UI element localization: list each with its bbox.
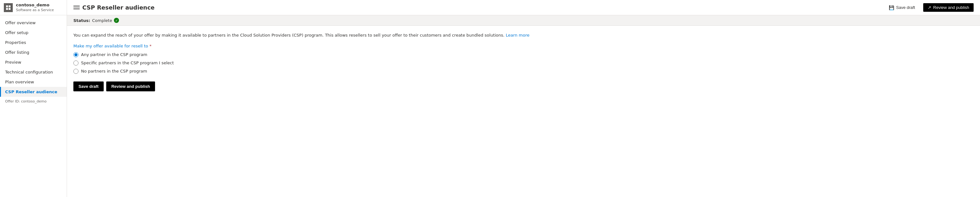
status-complete-icon: ✓ [114,18,119,23]
hamburger-icon[interactable] [73,5,80,11]
sidebar-item-technical-configuration[interactable]: Technical configuration [0,67,67,77]
radio-label-specific-partners: Specific partners in the CSP program I s… [81,60,174,65]
description-text: You can expand the reach of your offer b… [73,32,974,38]
sidebar-item-plan-overview[interactable]: Plan overview [0,77,67,87]
status-value: Complete [92,18,112,23]
sidebar-item-offer-listing[interactable]: Offer listing [0,47,67,57]
radio-label-no-partners: No partners in the CSP program [81,69,147,74]
svg-rect-1 [9,5,11,7]
radio-option-no-partners[interactable]: No partners in the CSP program [73,69,974,74]
app-title: contoso_demo [16,3,54,8]
save-icon: 💾 [889,5,894,10]
radio-option-specific-partners[interactable]: Specific partners in the CSP program I s… [73,60,974,66]
radio-label-any-partner: Any partner in the CSP program [81,52,147,57]
description-content: You can expand the reach of your offer b… [73,33,504,38]
top-bar-actions: 💾 Save draft ↗ Review and publish [886,3,974,12]
content-body: You can expand the reach of your offer b… [67,26,980,98]
bottom-actions: Save draft Review and publish [73,82,974,91]
sidebar-label-csp-reseller-audience: CSP Reseller audience [5,90,57,94]
required-indicator: * [149,44,151,48]
save-draft-button[interactable]: Save draft [73,82,104,91]
radio-option-any-partner[interactable]: Any partner in the CSP program [73,52,974,57]
app-subtitle: Software as a Service [16,8,54,13]
resell-label: Make my offer available for resell to [73,44,148,48]
sidebar-label-preview: Preview [5,60,21,65]
sidebar: Offer overview Offer setup Properties Of… [0,15,67,197]
radio-no-partners[interactable] [73,69,78,74]
review-publish-label-top: Review and publish [933,5,969,10]
svg-rect-0 [6,5,8,7]
sidebar-label-plan-overview: Plan overview [5,80,34,84]
sidebar-label-offer-listing: Offer listing [5,50,29,55]
status-label: Status: [73,18,90,23]
sidebar-label-offer-setup: Offer setup [5,30,29,35]
status-bar: Status: Complete ✓ [67,15,980,26]
radio-specific-partners[interactable] [73,60,78,66]
sidebar-item-properties[interactable]: Properties [0,38,67,47]
save-draft-label-top: Save draft [896,5,915,10]
app-icon [4,3,13,12]
sidebar-label-technical-configuration: Technical configuration [5,70,53,74]
sidebar-item-preview[interactable]: Preview [0,57,67,67]
radio-any-partner[interactable] [73,52,78,57]
review-publish-button-top[interactable]: ↗ Review and publish [923,3,974,12]
radio-group: Any partner in the CSP program Specific … [73,52,974,74]
svg-rect-3 [9,8,11,10]
review-publish-icon: ↗ [928,5,931,10]
svg-rect-2 [6,8,8,10]
app-title-group: contoso_demo Software as a Service [16,3,54,13]
save-draft-button-top[interactable]: 💾 Save draft [886,3,918,12]
sidebar-offer-id: Offer ID: contoso_demo [0,97,67,106]
sidebar-label-properties: Properties [5,40,26,45]
top-bar: contoso_demo Software as a Service CSP R… [0,0,980,15]
breadcrumb-nav: CSP Reseller audience [67,4,155,11]
page-title: CSP Reseller audience [82,4,155,11]
sidebar-item-csp-reseller-audience[interactable]: CSP Reseller audience [0,87,67,97]
top-bar-left: contoso_demo Software as a Service CSP R… [0,0,155,15]
main-layout: Offer overview Offer setup Properties Of… [0,15,980,197]
app-icon-area: contoso_demo Software as a Service [0,0,67,15]
content-area: Status: Complete ✓ You can expand the re… [67,15,980,197]
sidebar-item-offer-setup[interactable]: Offer setup [0,28,67,38]
section-label: Make my offer available for resell to * [73,44,974,48]
learn-more-link[interactable]: Learn more [506,33,530,38]
sidebar-item-offer-overview[interactable]: Offer overview [0,18,67,28]
review-publish-button[interactable]: Review and publish [106,82,155,91]
sidebar-label-offer-overview: Offer overview [5,20,36,25]
